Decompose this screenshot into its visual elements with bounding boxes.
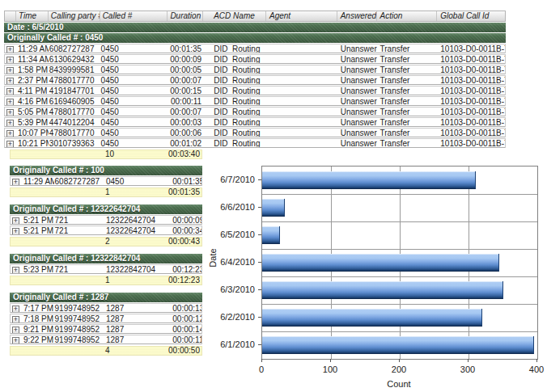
group-section: Originally Called # : 12322642704+5:21 P… — [10, 204, 202, 247]
table-row[interactable]: +1:58 PM8439999581045000:00:05DID_Routin… — [4, 65, 506, 74]
expand-icon[interactable]: + — [12, 327, 19, 334]
expand-cell: + — [5, 97, 16, 105]
column-header-called[interactable]: Called # — [100, 11, 168, 21]
cell: Transfer — [377, 44, 438, 53]
expand-icon[interactable]: + — [12, 267, 19, 274]
cell: 5:21 PM — [22, 216, 54, 224]
expand-icon[interactable]: + — [6, 46, 14, 53]
table-row[interactable]: +11:29 AM6082727287045000:01:35 — [10, 176, 202, 186]
x-axis-tick — [468, 359, 469, 362]
cell: DID_Routing — [203, 86, 266, 95]
cell: 10:21 PM — [16, 139, 49, 147]
expand-icon[interactable]: + — [6, 109, 14, 116]
column-header-time[interactable]: Time — [16, 11, 49, 21]
table-row[interactable]: +7:17 PM9199748952128700:00:13 — [10, 303, 202, 313]
summary-total-duration: 00:12:23 — [168, 276, 201, 285]
cell: 1:58 PM — [16, 65, 49, 74]
column-header-calling-party[interactable]: Calling party # — [49, 11, 100, 21]
cell: 0450 — [100, 76, 168, 84]
group-section: Originally Called # : 1287+7:17 PM919974… — [10, 293, 202, 356]
table-header: Time Calling party # Called # Duration A… — [4, 11, 506, 22]
column-header-acd-name[interactable]: ACD Name — [203, 11, 266, 21]
chart-bar — [262, 199, 285, 217]
expand-icon[interactable]: + — [6, 88, 14, 95]
cell: 8439999581 — [49, 65, 100, 74]
expand-icon[interactable]: + — [12, 228, 19, 235]
expand-cell: + — [11, 265, 22, 273]
table-row[interactable]: +4:11 PM4191847701045000:00:15DID_Routin… — [4, 86, 506, 95]
cell: 12322642704 — [105, 216, 172, 224]
y-axis-tick — [258, 289, 261, 290]
chart-bar — [262, 281, 503, 299]
expand-icon[interactable]: + — [12, 316, 19, 323]
cell: 721 — [54, 265, 105, 273]
expand-icon[interactable]: + — [6, 99, 14, 106]
cell — [266, 97, 337, 105]
expand-cell: + — [5, 44, 16, 53]
cell: 6169460905 — [49, 97, 100, 105]
table-row[interactable]: +5:23 PM7211232284270400:12:23 — [10, 264, 202, 274]
date-group-band: Date : 6/5/2010 — [4, 23, 506, 32]
column-header-action[interactable]: Action — [377, 11, 438, 21]
expand-cell: + — [5, 107, 16, 116]
call-detail-table: Time Calling party # Called # Duration A… — [4, 11, 506, 159]
cell: DID_Routing — [203, 76, 266, 84]
cell: 00:01:35 — [167, 44, 203, 53]
group-summary-row: 100:12:23 — [10, 276, 202, 285]
cell: 9199748952 — [54, 335, 105, 344]
cell: 00:00:12 — [172, 314, 201, 322]
table-row[interactable]: +11:34 AM6130629432045000:00:09DID_Routi… — [4, 54, 506, 64]
cell: 00:00:15 — [167, 86, 203, 95]
chart-bar — [262, 226, 280, 244]
expand-icon[interactable]: + — [12, 179, 19, 186]
y-axis-tick — [258, 234, 261, 235]
expand-icon[interactable]: + — [6, 130, 14, 137]
expand-icon[interactable]: + — [6, 141, 14, 148]
x-axis-tick — [536, 359, 537, 362]
cell: 0450 — [105, 177, 172, 185]
expand-icon[interactable]: + — [12, 337, 19, 344]
expand-icon[interactable]: + — [6, 78, 14, 85]
expand-icon[interactable]: + — [6, 120, 14, 127]
cell: Unanswered — [337, 55, 377, 63]
table-row[interactable]: +10:21 PM3010739363045000:01:02DID_Routi… — [4, 138, 506, 148]
cell: 10103-D0-0011B-770 — [437, 65, 505, 74]
cell: 00:00:09 — [167, 55, 203, 63]
cell: 0450 — [100, 65, 168, 74]
expand-icon[interactable]: + — [12, 217, 19, 225]
cell: 5:21 PM — [22, 226, 54, 234]
column-header-duration[interactable]: Duration — [167, 11, 203, 21]
column-header-expand — [5, 11, 16, 21]
cell — [266, 55, 337, 63]
table-row[interactable]: +10:07 PM4788017770045000:00:06DID_Routi… — [4, 128, 506, 137]
cell: 10103-D0-0011B-771 — [437, 76, 505, 84]
table-row[interactable]: +5:39 PM4474012204045000:00:03DID_Routin… — [4, 117, 506, 127]
cell: 00:00:07 — [167, 76, 203, 84]
expand-cell: + — [11, 216, 22, 224]
column-header-answered[interactable]: Answered — [337, 11, 377, 21]
expand-icon[interactable]: + — [6, 67, 14, 74]
y-axis-tick — [258, 317, 261, 318]
cell: Transfer — [377, 97, 438, 105]
cell: DID_Routing — [203, 129, 266, 137]
expand-icon[interactable]: + — [6, 57, 14, 64]
cell: 4474012204 — [49, 118, 100, 126]
table-row[interactable]: +9:21 PM9199748952128700:00:14 — [10, 324, 202, 334]
table-row[interactable]: +9:22 PM9199748952128700:00:11 — [10, 335, 202, 344]
table-row[interactable]: +7:18 PM9199748952128700:00:12 — [10, 314, 202, 323]
cell: 7:18 PM — [22, 314, 54, 322]
table-row[interactable]: +5:05 PM4788017770045000:00:07DID_Routin… — [4, 107, 506, 116]
table-row[interactable]: +11:29 AM6082727287045000:01:35DID_Routi… — [4, 44, 506, 53]
column-header-agent[interactable]: Agent — [266, 11, 337, 21]
table-row[interactable]: +5:21 PM7211232264270400:00:09 — [10, 215, 202, 225]
table-row[interactable]: +4:16 PM6169460905045000:00:11DID_Routin… — [4, 96, 506, 106]
table-row[interactable]: +5:21 PM7211232264270400:00:34 — [10, 226, 202, 235]
column-header-global-call-id[interactable]: Global Call Id — [437, 11, 505, 21]
summary-total-duration: 00:03:40 — [168, 150, 201, 158]
expand-cell: + — [5, 118, 16, 126]
cell: 10103-D0-0011B-774 — [437, 107, 505, 116]
table-row[interactable]: +2:37 PM4788017770045000:00:07DID_Routin… — [4, 75, 506, 85]
chart-bar — [262, 309, 482, 327]
expand-icon[interactable]: + — [12, 306, 19, 313]
cell: 0450 — [100, 86, 168, 95]
